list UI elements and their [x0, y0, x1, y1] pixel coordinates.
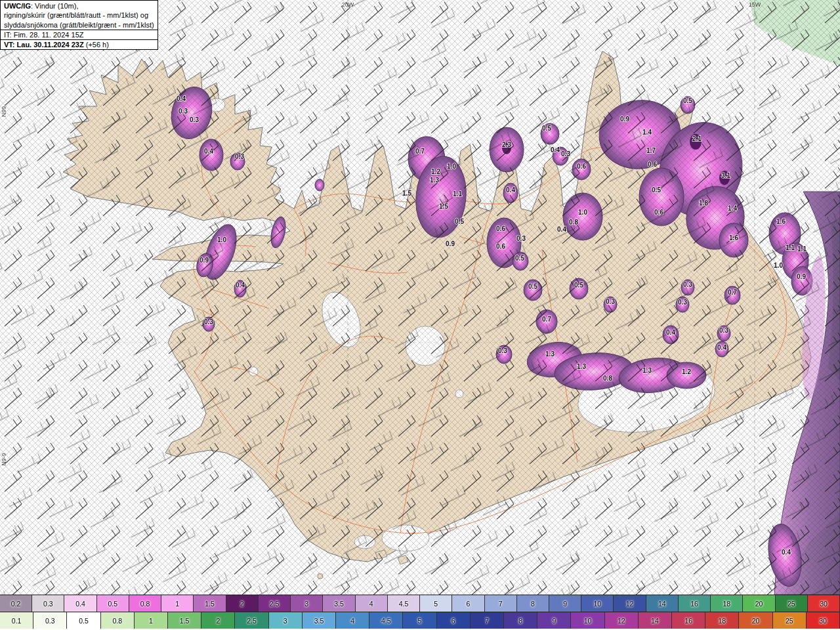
colorbar-cell: 1	[135, 612, 168, 629]
colorbar-cell: 18	[711, 595, 743, 612]
colorbar-cell: 8	[517, 595, 549, 612]
precip-value-label: 0.3	[190, 116, 199, 123]
colorbar-cell: 0.4	[64, 595, 96, 612]
colorbar-cell: 2	[201, 612, 235, 629]
precip-value-label: 0.3	[178, 108, 188, 115]
map-svg: 0.40.30.30.40.31.00.90.40.30.71.01.21.31…	[0, 0, 840, 595]
precip-value-label: 0.4	[204, 148, 213, 155]
precip-value-label: 0.5	[542, 125, 551, 132]
precip-value-label: 0.5	[574, 282, 583, 289]
legend-line-2: rigning/skúrir (grænt/blátt/rautt - mm/1…	[1, 10, 158, 20]
precip-value-label: 0.6	[648, 161, 657, 168]
colorbar-cell: 0.5	[67, 612, 100, 629]
precip-value-label: 1.6	[729, 234, 738, 242]
colorbar-cell: 20	[743, 595, 775, 612]
colorbar-cell: 0.8	[101, 612, 135, 629]
colorbar-cell: 1.5	[194, 595, 226, 612]
colorbar-cell: 16	[679, 595, 711, 612]
colorbar-cell: 4	[356, 595, 388, 612]
precip-value-label: 0.5	[455, 218, 464, 225]
precip-value-label: 1.4	[642, 129, 652, 136]
colorbar-cell: 5	[420, 595, 452, 612]
colorbar-cell: 5	[403, 612, 436, 629]
colorbar-cell: 1	[161, 595, 194, 612]
precip-value-label: 2.3	[502, 141, 511, 148]
colorbar-row1: 0.20.30.40.50.811.522.533.544.5567891012…	[0, 595, 840, 612]
precip-value-label: 0.9	[446, 240, 455, 247]
precip-value-label: 1.1	[786, 244, 795, 251]
colorbar-cell: 2.5	[259, 595, 291, 612]
precip-value-label: 0.6	[654, 209, 663, 216]
precip-value-label: 0.3	[204, 318, 213, 326]
precip-value-label: 1.8	[699, 200, 708, 207]
precip-value-label: 0.8	[603, 375, 612, 382]
init-time: IT: Fim. 28. 11. 2024 15Z	[1, 30, 158, 39]
valid-time-offset: (+56 h)	[84, 41, 109, 49]
product-code: UWC/IG	[4, 2, 31, 10]
precip-value-label: 0.7	[542, 316, 551, 323]
precip-value-label: 0.7	[415, 148, 425, 155]
precip-value-label: 0.4	[557, 226, 566, 233]
colorbar-cell: 0.3	[33, 612, 67, 629]
precip-value-label: 0.3	[561, 150, 570, 158]
colorbar-cell: 3.5	[323, 595, 355, 612]
colorbar-cell: 30	[808, 595, 840, 612]
precip-value-label: 0.4	[551, 146, 560, 154]
precip-value-label: 1.4	[728, 205, 737, 212]
legend-box: UWC/IG: Vindur (10m), rigning/skúrir (gr…	[0, 0, 158, 50]
precip-value-label: 1.2	[431, 168, 440, 175]
precip-value-label: 3.1	[721, 172, 730, 179]
wind-barbs-layer-2	[0, 0, 840, 595]
colorbar-cell: 1.5	[168, 612, 201, 629]
precip-value-label: 0.3	[516, 235, 526, 242]
precip-value-label: 0.5	[652, 186, 661, 194]
colorbar-cell: 6	[452, 595, 484, 612]
colorbar-cell: 3	[291, 595, 323, 612]
precip-value-label: 0.3	[606, 298, 615, 305]
precip-value-label: 0.3	[678, 299, 687, 306]
colorbar-cell: 30	[807, 612, 840, 629]
colorbar-cell: 8	[504, 612, 537, 629]
precip-value-label: 0.4	[236, 282, 245, 289]
colorbar-cell: 0.5	[97, 595, 129, 612]
colorbar-cell: 16	[672, 612, 705, 629]
precip-value-label: 1.5	[402, 190, 411, 197]
legend-title-line: UWC/IG: Vindur (10m),	[1, 1, 158, 10]
colorbar-cell: 9	[537, 612, 571, 629]
colorbar-cell: 0.1	[0, 612, 33, 629]
precip-value-label: 1.3	[545, 350, 555, 358]
precip-value-label: 0.4	[177, 95, 186, 102]
colorbar-cell: 18	[705, 612, 739, 629]
colorbar-cell: 2	[226, 595, 259, 612]
precip-value-label: 1.0	[578, 209, 587, 216]
colorbar-cell: 4	[336, 612, 369, 629]
weather-map-page: 0.40.30.30.40.31.00.90.40.30.71.01.21.31…	[0, 0, 840, 630]
colorbar-cell: 2.5	[235, 612, 268, 629]
precip-value-label: 0.9	[620, 116, 629, 123]
valid-time-bold: VT: Lau. 30.11.2024 23Z	[4, 41, 84, 49]
precip-value-label: 1.3	[577, 363, 586, 370]
precip-value-label: 0.9	[797, 273, 806, 280]
colorbar-cell: 12	[605, 612, 639, 629]
precip-value-label: 1.1	[797, 245, 807, 253]
product-subtitle: : Vindur (10m),	[31, 2, 79, 10]
precip-value-label: 0.4	[506, 186, 515, 194]
latitude-label: N9-9	[1, 453, 7, 466]
precip-value-label: 0.4	[717, 344, 726, 351]
precip-value-label: 1.1	[453, 190, 462, 198]
colorbar-cell: 7	[471, 612, 504, 629]
precip-value-label: 0.6	[577, 163, 586, 170]
precip-value-label: 0.3	[235, 153, 244, 160]
colorbar-cell: 10	[581, 595, 614, 612]
precip-value-label: 1.2	[682, 368, 691, 375]
precip-value-label: 0.6	[496, 225, 505, 232]
precip-value-label: 0.3	[683, 281, 692, 288]
precip-value-label: 0.3	[719, 327, 728, 334]
colorbar-cell: 0.3	[32, 595, 64, 612]
precip-value-label: 0.5	[683, 97, 692, 104]
colorbar-cell: 0.2	[0, 595, 32, 612]
precip-value-label: 0.5	[528, 283, 537, 290]
colorbar-cell: 25	[776, 595, 808, 612]
colorbar-cell: 14	[639, 612, 672, 629]
longitude-label: 20W	[342, 1, 354, 8]
